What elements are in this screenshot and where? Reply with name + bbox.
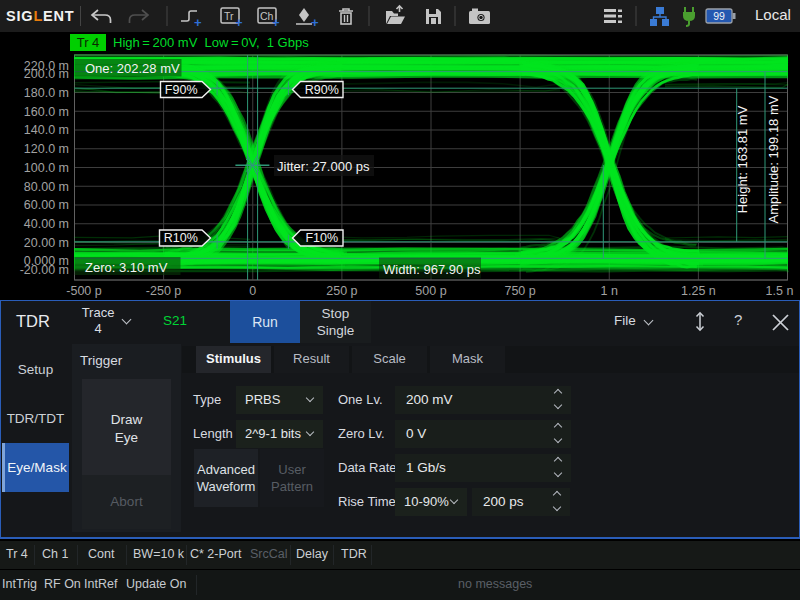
svg-text:1.25 n: 1.25 n (681, 284, 716, 298)
svg-text:+: + (311, 15, 319, 30)
svg-text:F10%: F10% (305, 231, 338, 245)
svg-text:20.00 m: 20.00 m (24, 236, 69, 250)
svg-text:1.5 n: 1.5 n (766, 284, 794, 298)
svg-text:+: + (272, 15, 280, 30)
svg-text:R10%: R10% (164, 231, 198, 245)
svg-text:180.0 m: 180.0 m (24, 86, 69, 100)
svg-text:500 p: 500 p (415, 284, 446, 298)
svg-text:Amplitude: 199.18 mV: Amplitude: 199.18 mV (766, 95, 781, 223)
svg-text:Height: 163.81 mV: Height: 163.81 mV (735, 105, 750, 213)
svg-text:100.0 m: 100.0 m (24, 161, 69, 175)
svg-text:99: 99 (713, 10, 725, 22)
svg-text:F90%: F90% (165, 83, 198, 97)
svg-text:One: 202.28 mV: One: 202.28 mV (85, 61, 180, 76)
svg-text:750 p: 750 p (504, 284, 535, 298)
svg-text:Jitter: 27.000 ps: Jitter: 27.000 ps (277, 159, 370, 174)
svg-text:1 n: 1 n (601, 284, 618, 298)
svg-text:Width: 967.90 ps: Width: 967.90 ps (383, 262, 481, 277)
svg-text:R90%: R90% (305, 83, 339, 97)
svg-text:200.0 m: 200.0 m (24, 67, 69, 81)
svg-text:-500 p: -500 p (66, 284, 101, 298)
svg-text:40.00 m: 40.00 m (24, 217, 69, 231)
svg-text:-250 p: -250 p (146, 284, 181, 298)
svg-text:-20.00 m: -20.00 m (20, 263, 69, 277)
svg-text:0: 0 (249, 284, 256, 298)
svg-text:Tr: Tr (224, 10, 234, 22)
svg-text:Zero: 3.10 mV: Zero: 3.10 mV (85, 260, 168, 275)
svg-text:60.00 m: 60.00 m (24, 198, 69, 212)
svg-text:120.0 m: 120.0 m (24, 142, 69, 156)
svg-text:80.00 m: 80.00 m (24, 180, 69, 194)
svg-text:+: + (235, 15, 243, 30)
svg-text:250 p: 250 p (326, 284, 357, 298)
svg-text:140.0 m: 140.0 m (24, 123, 69, 137)
svg-text:+: + (194, 15, 202, 30)
svg-text:160.0 m: 160.0 m (24, 105, 69, 119)
